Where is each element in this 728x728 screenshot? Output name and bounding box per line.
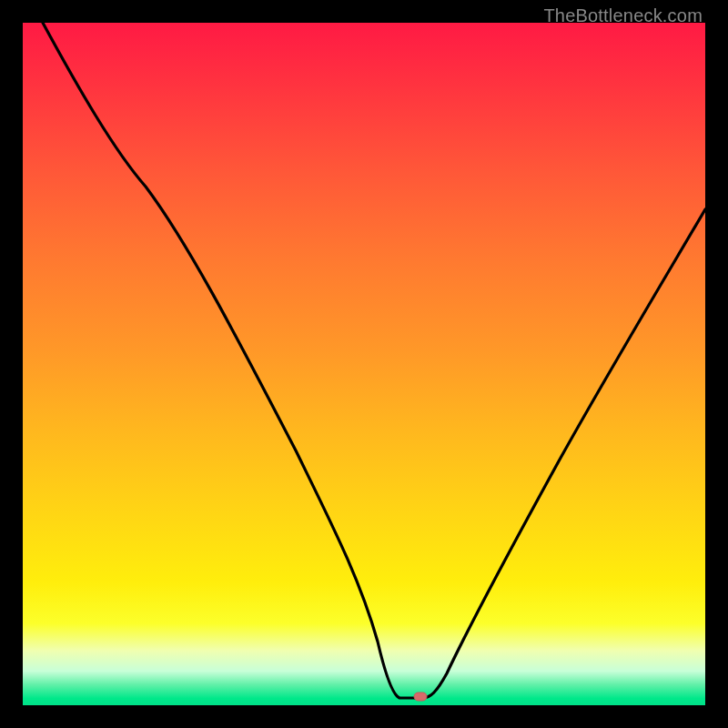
bottleneck-chart: TheBottleneck.com <box>0 0 728 728</box>
watermark-label: TheBottleneck.com <box>543 5 703 26</box>
curve-svg <box>23 23 705 705</box>
bottleneck-marker <box>414 693 427 701</box>
plot-area <box>23 23 705 705</box>
bottleneck-curve-path <box>43 23 705 698</box>
